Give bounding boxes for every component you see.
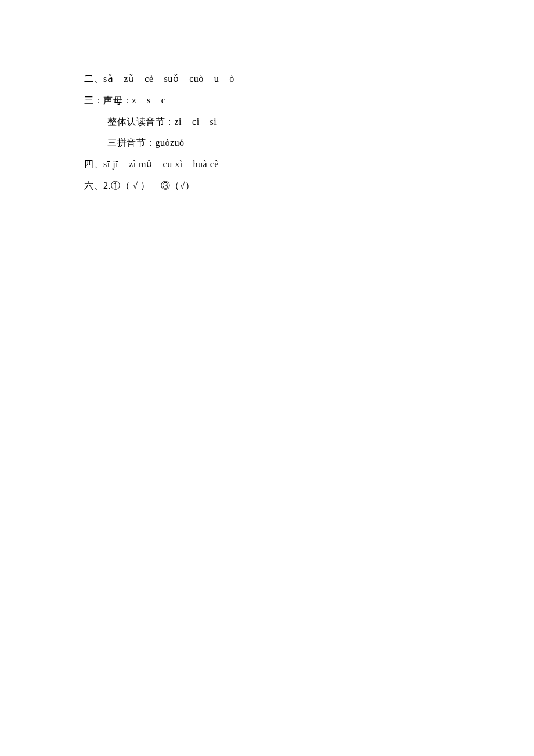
answer-section-two: 二、sǎ zǔ cè suǒ cuò u ò — [84, 69, 534, 90]
answer-section-three-shengmu: 三：声母：z s c — [84, 90, 534, 111]
answer-section-three-sanpin: 三拼音节：guòzuó — [84, 132, 534, 154]
answer-section-four: 四、sī jī zì mǔ cū xì huà cè — [84, 154, 534, 175]
answer-section-three-zhengti: 整体认读音节：zi ci si — [84, 111, 534, 133]
answer-section-six: 六、2.①（ √ ） ③（√） — [84, 175, 534, 197]
